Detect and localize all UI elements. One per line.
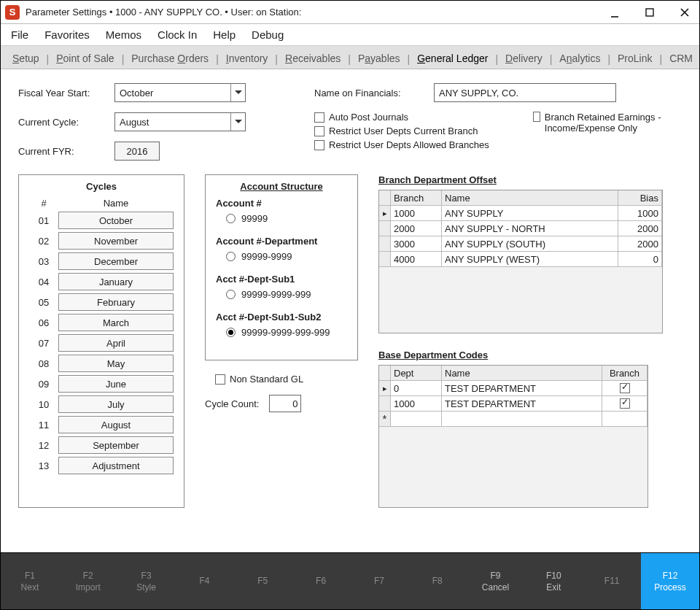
cycle-row: 13Adjustment <box>29 457 174 474</box>
cycle-button[interactable]: June <box>58 375 174 393</box>
cycle-number: 09 <box>29 379 58 390</box>
acct-radio-option[interactable]: 99999-9999 <box>226 251 347 262</box>
radio-icon[interactable] <box>226 290 236 299</box>
chevron-down-icon[interactable] <box>230 84 245 101</box>
tab-delivery[interactable]: Delivery <box>504 50 544 69</box>
row-selector-icon[interactable] <box>379 396 391 412</box>
fkey-f9[interactable]: F9Cancel <box>467 553 525 609</box>
tab-crm[interactable]: CRM <box>668 50 694 69</box>
acct-group-label: Acct #-Dept-Sub1-Sub2 <box>216 312 347 323</box>
fkey-f4: F4 <box>175 553 233 609</box>
check-auto-post[interactable]: Auto Post Journals <box>314 112 511 123</box>
cycle-button[interactable]: May <box>58 355 174 372</box>
check-restrict-allowed[interactable]: Restrict User Depts Allowed Branches <box>314 139 511 150</box>
main-panel: Fiscal Year Start: October Current Cycle… <box>1 69 699 547</box>
radio-icon[interactable] <box>226 328 236 337</box>
checkbox-icon[interactable] <box>533 112 540 122</box>
row-selector-icon[interactable] <box>379 236 391 252</box>
table-row[interactable]: 3000ANY SUPPLY (SOUTH)2000 <box>379 236 662 252</box>
radio-icon[interactable] <box>226 252 236 261</box>
cycle-row: 06March <box>29 314 174 331</box>
cycle-button[interactable]: October <box>58 212 174 229</box>
row-selector-icon[interactable] <box>379 206 391 221</box>
cycle-button[interactable]: April <box>58 334 174 352</box>
fkey-f10[interactable]: F10Exit <box>524 553 583 609</box>
cycle-button[interactable]: March <box>58 314 174 331</box>
table-new-row[interactable] <box>379 412 648 427</box>
tab-point-of-sale[interactable]: Point of Sale <box>55 50 115 69</box>
check-non-standard-gl[interactable]: Non Standard GL <box>215 374 358 385</box>
checkbox-icon[interactable] <box>314 140 324 150</box>
col-dept[interactable]: Dept <box>391 366 442 381</box>
cycle-button[interactable]: Adjustment <box>58 457 174 474</box>
cycle-button[interactable]: November <box>58 232 174 250</box>
tab-receivables[interactable]: Receivables <box>284 50 342 69</box>
minimize-button[interactable] <box>604 2 625 23</box>
checkbox-icon[interactable] <box>215 374 225 385</box>
cycle-button[interactable]: December <box>58 252 174 270</box>
field-name-financials[interactable]: ANY SUPPLY, CO. <box>434 83 616 102</box>
tab-prolink[interactable]: ProLink <box>616 50 653 69</box>
fkey-f11: F11 <box>583 553 641 609</box>
table-row[interactable]: 1000TEST DEPARTMENT <box>379 396 648 412</box>
combo-fiscal-year-start[interactable]: October <box>114 83 246 102</box>
cycles-head-name: Name <box>58 198 174 209</box>
menu-favorites[interactable]: Favorites <box>44 28 90 41</box>
menu-help[interactable]: Help <box>213 28 236 41</box>
col-name[interactable]: Name <box>442 190 618 206</box>
fkey-f7: F7 <box>350 553 408 609</box>
cycle-button[interactable]: January <box>58 273 174 290</box>
menu-clock-in[interactable]: Clock In <box>158 28 197 41</box>
grid-base-dept[interactable]: Dept Name Branch 0TEST DEPARTMENT1000TES… <box>378 365 648 508</box>
checkbox-icon[interactable] <box>314 112 324 123</box>
fkey-bar: F1NextF2ImportF3StyleF4F5F6F7F8F9CancelF… <box>1 552 699 609</box>
tab-payables[interactable]: Payables <box>357 50 402 69</box>
col-bias[interactable]: Bias <box>618 190 662 206</box>
cycle-row: 02November <box>29 232 174 250</box>
radio-icon[interactable] <box>226 214 236 223</box>
field-current-fyr: 2016 <box>114 142 160 161</box>
col-name[interactable]: Name <box>442 366 602 381</box>
tab-inventory[interactable]: Inventory <box>225 50 270 69</box>
menu-memos[interactable]: Memos <box>106 28 141 41</box>
cycle-button[interactable]: August <box>58 416 174 433</box>
new-row-icon[interactable] <box>379 412 391 427</box>
check-restrict-current[interactable]: Restrict User Depts Current Branch <box>314 126 511 136</box>
row-selector-icon[interactable] <box>379 221 391 236</box>
cycle-button[interactable]: September <box>58 436 174 454</box>
checkbox-icon[interactable] <box>314 126 324 136</box>
acct-radio-option[interactable]: 99999-9999-999 <box>226 289 347 300</box>
menu-debug[interactable]: Debug <box>252 28 284 41</box>
close-button[interactable] <box>674 2 695 23</box>
cycle-row: 03December <box>29 252 174 270</box>
checkbox-icon[interactable] <box>620 383 630 393</box>
cycle-button[interactable]: February <box>58 293 174 311</box>
combo-current-cycle[interactable]: August <box>114 112 246 131</box>
maximize-button[interactable] <box>639 2 660 23</box>
title-bar: S Parameter Settings • 1000 - ANY SUPPLY… <box>1 1 699 24</box>
tab-purchase-orders[interactable]: Purchase Orders <box>130 50 210 69</box>
field-cycle-count[interactable]: 0 <box>269 395 301 412</box>
table-row[interactable]: 1000ANY SUPPLY1000 <box>379 206 662 221</box>
acct-radio-option[interactable]: 99999-9999-999-999 <box>226 327 347 338</box>
chevron-down-icon[interactable] <box>230 113 245 131</box>
menu-file[interactable]: File <box>11 28 28 41</box>
grid-branch-offset[interactable]: Branch Name Bias 1000ANY SUPPLY10002000A… <box>378 190 663 333</box>
row-selector-icon[interactable] <box>379 252 391 267</box>
col-branch[interactable]: Branch <box>391 190 442 206</box>
acct-pattern: 99999-9999-999 <box>241 289 311 300</box>
tab-general-ledger[interactable]: General Ledger <box>416 50 489 69</box>
fkey-f12[interactable]: F12Process <box>641 553 699 609</box>
check-branch-retained[interactable]: Branch Retained Earnings - Income/Expens… <box>533 112 682 150</box>
cycle-button[interactable]: July <box>58 395 174 413</box>
table-row[interactable]: 0TEST DEPARTMENT <box>379 381 648 396</box>
panel-account-structure-title: Account Structure <box>216 181 347 192</box>
table-row[interactable]: 4000ANY SUPPLY (WEST)0 <box>379 252 662 267</box>
tab-setup[interactable]: Setup <box>11 50 41 69</box>
acct-radio-option[interactable]: 99999 <box>226 213 347 224</box>
table-row[interactable]: 2000ANY SUPPLY - NORTH2000 <box>379 221 662 236</box>
tab-analytics[interactable]: Analytics <box>558 50 602 69</box>
row-selector-icon[interactable] <box>379 381 391 396</box>
checkbox-icon[interactable] <box>620 398 630 409</box>
col-branch[interactable]: Branch <box>602 366 648 381</box>
